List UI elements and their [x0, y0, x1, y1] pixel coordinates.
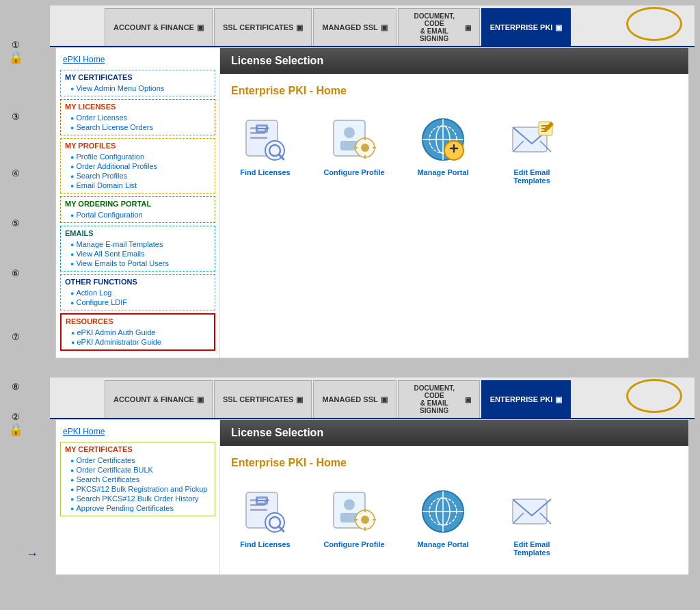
- arrow-label: →: [26, 547, 40, 561]
- bottom-tab-account-finance[interactable]: ACCOUNT & FINANCE ▣: [105, 380, 213, 418]
- bottom-tab-managed-label: MANAGED SSL: [322, 395, 377, 403]
- top-license-selection-title: License Selection: [231, 55, 323, 66]
- arrow-icon: →: [26, 547, 38, 561]
- tab-managed-ssl[interactable]: MANAGED SSL ▣: [313, 8, 396, 46]
- manage-portal-label: Manage Portal: [417, 168, 468, 176]
- bottom-manage-portal-label: Manage Portal: [417, 540, 468, 548]
- link-pkcs12-bulk-reg[interactable]: PKCS#12 Bulk Registration and Pickup: [70, 484, 211, 494]
- top-icon-grid: Find Licenses: [231, 108, 677, 191]
- tab-account-finance[interactable]: ACCOUNT & FINANCE ▣: [105, 8, 213, 46]
- num5-label: ⑤: [12, 218, 20, 228]
- link-view-emails-portal-users[interactable]: View Emails to Portal Users: [70, 258, 211, 268]
- bottom-configure-profile-label: Configure Profile: [323, 540, 384, 548]
- svg-point-11: [344, 127, 355, 138]
- bottom-find-licenses-icon: [241, 487, 290, 536]
- bottom-tab-doc-code[interactable]: DOCUMENT, CODE& EMAIL SIGNING ▣: [398, 380, 480, 418]
- sidebar-section-ordering-portal: MY ORDERING PORTAL Portal Configuration: [60, 196, 215, 223]
- bottom-manage-portal-item[interactable]: Manage Portal: [409, 487, 477, 548]
- link-search-profiles[interactable]: Search Profiles: [70, 171, 211, 181]
- tab-account-finance-icon: ▣: [197, 23, 204, 32]
- bottom-find-licenses-label: Find Licenses: [240, 540, 290, 548]
- sidebar-section-resources: RESOURCES ePKI Admin Auth Guide ePKI Adm…: [60, 313, 215, 351]
- bottom-tab-enterprise-pki[interactable]: ENTERPRISE PKI ▣: [481, 380, 571, 418]
- tab-account-finance-label: ACCOUNT & FINANCE: [113, 23, 194, 31]
- tab-enterprise-pki-icon: ▣: [555, 23, 562, 32]
- bottom-nav-tabs: ACCOUNT & FINANCE ▣ SSL CERTIFICATES ▣ M…: [50, 377, 695, 419]
- bottom-tab-ssl-certs[interactable]: SSL CERTIFICATES ▣: [214, 380, 312, 418]
- tab-managed-ssl-label: MANAGED SSL: [322, 23, 377, 31]
- num8-label: ⑧: [12, 382, 20, 392]
- configure-profile-label: Configure Profile: [323, 168, 384, 176]
- link-order-additional-profiles[interactable]: Order Additional Profiles: [70, 161, 211, 171]
- svg-rect-38: [250, 509, 267, 511]
- num4-label: ④: [12, 168, 20, 178]
- bottom-main-body: Enterprise PKI - Home: [220, 446, 688, 574]
- bottom-tab-af-label: ACCOUNT & FINANCE: [113, 395, 194, 403]
- link-manage-email-templates[interactable]: Manage E-mail Templates: [70, 239, 211, 249]
- top-panel: ePKI Home MY CERTIFICATES View Admin Men…: [55, 47, 689, 358]
- link-search-license-orders[interactable]: Search License Orders: [70, 122, 211, 132]
- sidebar-section-emails: EMAILS Manage E-mail Templates View All …: [60, 226, 215, 271]
- link-order-certificates[interactable]: Order Certificates: [70, 455, 211, 465]
- svg-rect-3: [250, 137, 267, 139]
- link-order-certificate-bulk[interactable]: Order Certificate BULK: [70, 465, 211, 475]
- bottom-license-selection-title: License Selection: [231, 427, 323, 438]
- bottom-epki-home-link[interactable]: ePKI Home: [56, 424, 219, 439]
- link-action-log[interactable]: Action Log: [70, 288, 211, 297]
- link-configure-ldif[interactable]: Configure LDIF: [70, 297, 211, 307]
- top-nav-tabs: ACCOUNT & FINANCE ▣ SSL CERTIFICATES ▣ M…: [50, 5, 695, 47]
- sidebar-section-my-profiles: MY PROFILES Profile Configuration Order …: [60, 138, 215, 194]
- link-search-pkcs12-bulk-history[interactable]: Search PKCS#12 Bulk Order History: [70, 494, 211, 503]
- link-view-all-sent-emails[interactable]: View All Sent Emails: [70, 249, 211, 258]
- bottom-tab-ssl-icon: ▣: [296, 395, 303, 404]
- link-portal-config[interactable]: Portal Configuration: [70, 210, 211, 220]
- emails-title: EMAILS: [65, 229, 211, 237]
- epki-home-link[interactable]: ePKI Home: [56, 52, 219, 67]
- link-view-admin-menu[interactable]: View Admin Menu Options: [70, 83, 211, 93]
- bottom-icon-grid: Find Licenses: [231, 480, 677, 563]
- link-approve-pending-certs[interactable]: Approve Pending Certificates: [70, 503, 211, 513]
- link-search-certificates[interactable]: Search Certificates: [70, 475, 211, 484]
- lock1-icon: 🔒: [8, 50, 23, 65]
- bottom-tab-epki-icon: ▣: [555, 395, 562, 404]
- bottom-manage-portal-icon: [418, 487, 468, 536]
- tab-doc-code-label: DOCUMENT, CODE& EMAIL SIGNING: [407, 12, 462, 42]
- bottom-find-licenses-item[interactable]: Find Licenses: [231, 487, 299, 548]
- tab-doc-code[interactable]: DOCUMENT, CODE& EMAIL SIGNING ▣: [398, 8, 480, 46]
- num1-label: ①: [12, 40, 20, 50]
- find-licenses-icon: [241, 115, 290, 164]
- tab-enterprise-pki-label: ENTERPRISE PKI: [490, 23, 553, 31]
- bottom-tab-doc-icon: ▣: [465, 396, 471, 403]
- link-epki-admin-auth-guide[interactable]: ePKI Admin Auth Guide: [71, 328, 210, 337]
- configure-profile-icon: [329, 115, 379, 164]
- manage-portal-item[interactable]: Manage Portal: [409, 115, 477, 176]
- find-licenses-label: Find Licenses: [240, 168, 290, 176]
- find-licenses-item[interactable]: Find Licenses: [231, 115, 299, 176]
- my-certs-bottom-title: MY CERTIFICATES: [65, 445, 211, 453]
- tab-ssl-certs[interactable]: SSL CERTIFICATES ▣: [214, 8, 312, 46]
- bottom-edit-email-templates-item[interactable]: Edit Email Templates: [498, 487, 566, 557]
- top-main-header: License Selection: [220, 48, 688, 74]
- bottom-tab-managed-icon: ▣: [381, 395, 388, 404]
- link-order-licenses[interactable]: Order Licenses: [70, 113, 211, 122]
- edit-email-templates-item[interactable]: Edit Email Templates: [498, 115, 566, 185]
- bottom-configure-profile-icon: [329, 487, 379, 536]
- num2-label: ②: [12, 412, 20, 422]
- link-epki-administrator-guide[interactable]: ePKI Administrator Guide: [71, 337, 210, 347]
- configure-profile-item[interactable]: Configure Profile: [320, 115, 388, 176]
- top-sidebar: ePKI Home MY CERTIFICATES View Admin Men…: [56, 48, 220, 358]
- tab-managed-icon: ▣: [381, 23, 388, 32]
- lock2-icon: 🔒: [8, 422, 23, 437]
- bottom-tab-managed-ssl[interactable]: MANAGED SSL ▣: [313, 380, 396, 418]
- num6-label: ⑥: [12, 268, 20, 278]
- tab-doc-icon: ▣: [465, 24, 471, 31]
- svg-point-49: [361, 516, 369, 524]
- tab-enterprise-pki[interactable]: ENTERPRISE PKI ▣: [481, 8, 571, 46]
- my-certificates-title: MY CERTIFICATES: [65, 73, 211, 81]
- bottom-configure-profile-item[interactable]: Configure Profile: [320, 487, 388, 548]
- sidebar-section-other-functions: OTHER FUNCTIONS Action Log Configure LDI…: [60, 274, 215, 310]
- link-email-domain-list[interactable]: Email Domain List: [70, 181, 211, 190]
- link-profile-config[interactable]: Profile Configuration: [70, 152, 211, 161]
- sidebar-section-my-certs-bottom: MY CERTIFICATES Order Certificates Order…: [60, 442, 215, 516]
- edit-email-templates-label: Edit Email Templates: [498, 168, 566, 185]
